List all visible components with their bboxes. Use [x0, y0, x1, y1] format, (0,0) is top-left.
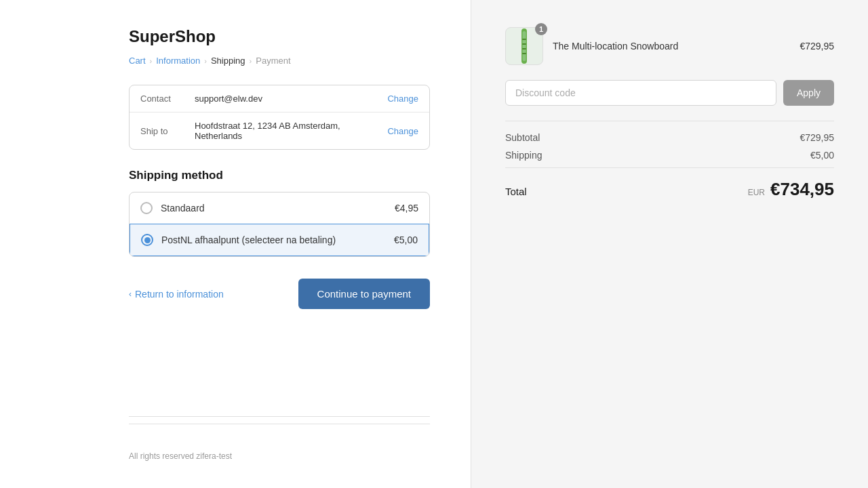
total-label: Total	[505, 186, 527, 197]
product-name: The Multi-location Snowboard	[553, 41, 790, 52]
contact-row: Contact support@elw.dev Change	[130, 85, 429, 112]
shipping-summary-value: €5,00	[810, 150, 834, 161]
svg-rect-5	[522, 53, 526, 54]
ship-to-row: Ship to Hoofdstraat 12, 1234 AB Amsterda…	[130, 112, 429, 149]
contact-info-box: Contact support@elw.dev Change Ship to H…	[129, 85, 430, 150]
svg-rect-1	[523, 31, 526, 61]
breadcrumb-cart[interactable]: Cart	[129, 56, 146, 66]
discount-row: Apply	[505, 80, 834, 106]
contact-value: support@elw.dev	[195, 94, 387, 104]
subtotal-row: Subtotal €729,95	[505, 132, 834, 143]
shipping-option-standaard[interactable]: Standaard €4,95	[130, 192, 429, 224]
sep2: ›	[204, 57, 207, 65]
total-currency: EUR	[748, 188, 765, 197]
footer-text: All rights reserved zifera-test	[129, 424, 430, 461]
total-right: EUR €734,95	[748, 179, 834, 200]
sep1: ›	[150, 57, 153, 65]
return-to-information-link[interactable]: ‹ Return to information	[129, 289, 224, 300]
product-quantity-badge: 1	[535, 23, 547, 35]
shop-title: SuperShop	[129, 27, 430, 46]
svg-rect-4	[522, 48, 526, 49]
product-image-wrapper: 1	[505, 27, 543, 65]
radio-standaard[interactable]	[140, 202, 153, 214]
subtotal-label: Subtotal	[505, 132, 540, 143]
shipping-price-standaard: €4,95	[395, 203, 418, 214]
svg-rect-2	[522, 39, 526, 40]
contact-change-link[interactable]: Change	[387, 94, 418, 104]
contact-label: Contact	[140, 94, 195, 104]
total-amount: €734,95	[770, 179, 834, 200]
ship-to-value: Hoofdstraat 12, 1234 AB Amsterdam, Nethe…	[195, 121, 387, 141]
sep3: ›	[250, 57, 252, 65]
shipping-summary-label: Shipping	[505, 150, 542, 161]
radio-postnl[interactable]	[141, 234, 153, 246]
ship-to-change-link[interactable]: Change	[387, 126, 418, 136]
left-panel: SuperShop Cart › Information › Shipping …	[0, 0, 471, 488]
continue-to-payment-button[interactable]: Continue to payment	[298, 279, 430, 309]
apply-discount-button[interactable]: Apply	[783, 80, 834, 106]
product-row: 1 The Multi-location Snowboard €729,95	[505, 27, 834, 65]
subtotal-value: €729,95	[800, 132, 834, 143]
total-divider	[505, 167, 834, 168]
actions-row: ‹ Return to information Continue to paym…	[129, 279, 430, 309]
total-row: Total EUR €734,95	[505, 179, 834, 200]
summary-divider	[505, 121, 834, 121]
chevron-left-icon: ‹	[129, 289, 132, 299]
product-price: €729,95	[800, 41, 834, 52]
discount-code-input[interactable]	[505, 80, 776, 106]
ship-to-label: Ship to	[140, 126, 195, 136]
shipping-option-postnl[interactable]: PostNL afhaalpunt (selecteer na betaling…	[130, 224, 429, 256]
shipping-name-standaard: Standaard	[161, 203, 395, 214]
shipping-options-container: Standaard €4,95 PostNL afhaalpunt (selec…	[129, 192, 430, 257]
product-snowboard-icon	[512, 28, 536, 64]
breadcrumb: Cart › Information › Shipping › Payment	[129, 56, 430, 66]
shipping-price-postnl: €5,00	[394, 235, 418, 245]
return-label: Return to information	[135, 289, 224, 300]
right-panel: 1 The Multi-location Snowboard €729,95 A…	[471, 0, 868, 488]
shipping-section-title: Shipping method	[129, 169, 430, 182]
breadcrumb-payment: Payment	[256, 56, 290, 66]
svg-rect-3	[522, 43, 526, 45]
breadcrumb-shipping: Shipping	[211, 56, 245, 66]
shipping-name-postnl: PostNL afhaalpunt (selecteer na betaling…	[161, 235, 394, 245]
shipping-summary-row: Shipping €5,00	[505, 150, 834, 161]
breadcrumb-information[interactable]: Information	[156, 56, 200, 66]
